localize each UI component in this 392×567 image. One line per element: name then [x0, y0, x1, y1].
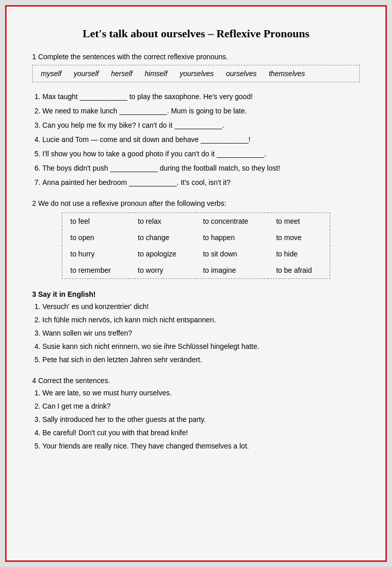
pronoun-item: ourselves	[226, 69, 257, 78]
say-it-item: Ich fühle mich nervös, ich kann mich nic…	[42, 315, 360, 325]
table-row: to hurryto apologizeto sit downto hide	[62, 246, 330, 262]
section4-sentences: We are late, so we must hurry ourselves.…	[42, 388, 360, 452]
sentence-item: Anna painted her bedroom ____________. I…	[42, 177, 360, 188]
correct-item: Your friends are really nice. They have …	[42, 441, 360, 452]
correct-item: Be careful! Don't cut you with that brea…	[42, 428, 360, 438]
sentence-item: Max taught ____________ to play the saxo…	[42, 91, 360, 102]
say-it-item: Susie kann sich nicht erinnern, wo sie i…	[42, 341, 360, 352]
verb-cell: to sit down	[195, 246, 268, 262]
pronoun-item: myself	[41, 69, 61, 78]
section1-label: 1 Complete the sentences with the correc…	[32, 53, 360, 61]
table-row: to feelto relaxto concentrateto meet	[62, 213, 330, 230]
page-title: Let's talk about ourselves – Reflexive P…	[32, 27, 360, 40]
verb-cell: to open	[62, 229, 130, 246]
verb-cell: to imagine	[195, 262, 268, 279]
pronoun-item: yourselves	[180, 69, 214, 78]
verb-cell: to change	[130, 229, 195, 246]
verb-cell: to worry	[130, 262, 195, 279]
verbs-table: to feelto relaxto concentrateto meetto o…	[62, 212, 330, 279]
pronoun-item: yourself	[74, 69, 99, 78]
pronoun-item: themselves	[269, 69, 305, 78]
correct-item: We are late, so we must hurry ourselves.	[42, 388, 360, 398]
pronoun-item: himself	[145, 69, 167, 78]
sentence-item: Can you help me fix my bike? I can't do …	[42, 120, 360, 131]
sentence-item: I'll show you how to take a good photo i…	[42, 149, 360, 159]
correct-item: Sally introduced her to the other guests…	[42, 414, 360, 425]
sentence-item: We need to make lunch ____________. Mum …	[42, 106, 360, 116]
pronoun-item: herself	[111, 69, 132, 78]
section1-sentences: Max taught ____________ to play the saxo…	[42, 91, 360, 188]
worksheet-page: Let's talk about ourselves – Reflexive P…	[5, 5, 387, 562]
sentence-item: The boys didn't push ____________ during…	[42, 163, 360, 174]
verb-cell: to be afraid	[268, 262, 330, 279]
say-it-item: Wann sollen wir uns treffen?	[42, 328, 360, 339]
verb-cell: to meet	[268, 213, 330, 230]
say-it-item: Pete hat sich in den letzten Jahren sehr…	[42, 355, 360, 365]
verb-cell: to hide	[268, 246, 330, 262]
correct-item: Can I get me a drink?	[42, 401, 360, 412]
table-row: to opento changeto happento move	[62, 229, 330, 246]
verb-cell: to hurry	[62, 246, 130, 262]
section3-sentences: Versuch' es und konzentrier' dich!Ich fü…	[42, 301, 360, 365]
section4-label: 4 Correct the sentences.	[32, 376, 360, 385]
verb-cell: to move	[268, 229, 330, 246]
sentence-item: Lucie and Tom — come and sit down and be…	[42, 134, 360, 145]
verb-cell: to happen	[195, 229, 268, 246]
verb-cell: to concentrate	[195, 213, 268, 230]
verb-cell: to apologize	[130, 246, 195, 262]
say-it-item: Versuch' es und konzentrier' dich!	[42, 301, 360, 312]
verb-cell: to relax	[130, 213, 195, 230]
section3-label: 3 Say it in English!	[32, 290, 360, 298]
verb-cell: to feel	[62, 213, 130, 230]
table-row: to rememberto worryto imagineto be afrai…	[62, 262, 330, 279]
section2-label: 2 We do not use a reflexive pronoun afte…	[32, 199, 360, 207]
verb-cell: to remember	[62, 262, 130, 279]
pronouns-box: myselfyourselfherselfhimselfyourselvesou…	[32, 65, 360, 82]
